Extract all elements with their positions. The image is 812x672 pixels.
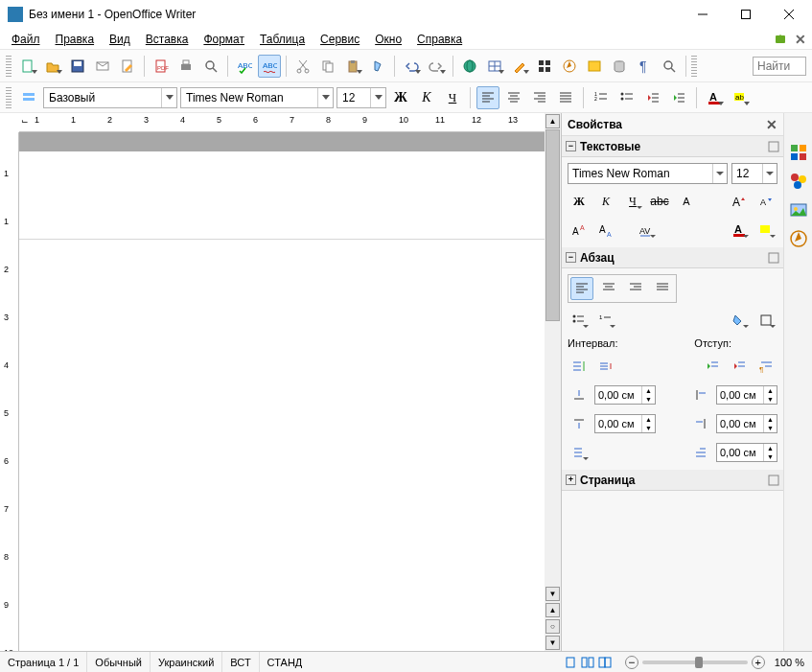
panel-page-header[interactable]: + Страница — [562, 470, 783, 491]
zoom-slider[interactable] — [642, 660, 748, 664]
sidebar-shadow-button[interactable]: A — [675, 190, 698, 213]
expand-icon[interactable]: + — [566, 475, 576, 485]
find-button[interactable] — [533, 55, 556, 78]
sidebar-strike-button[interactable]: abc — [648, 190, 671, 213]
panel-text-header[interactable]: − Текстовые — [562, 136, 783, 157]
sidebar-shrink-button[interactable]: A — [754, 190, 777, 213]
line-spacing-icon[interactable] — [568, 441, 591, 464]
zoom-in-icon[interactable]: + — [752, 656, 765, 669]
style-combo[interactable]: Базовый — [43, 87, 177, 108]
open-button[interactable] — [41, 55, 64, 78]
table-button[interactable] — [483, 55, 506, 78]
menu-tools[interactable]: Сервис — [314, 31, 365, 48]
collapse-icon[interactable]: − — [566, 252, 576, 263]
spacing-dec-icon[interactable] — [594, 355, 617, 378]
print-button[interactable] — [174, 55, 197, 78]
sidebar-sub-button[interactable]: AA — [594, 219, 617, 242]
maximize-button[interactable] — [724, 1, 767, 28]
cut-button[interactable] — [291, 55, 314, 78]
toolbar-grip-2[interactable] — [691, 56, 697, 77]
size-combo[interactable]: 12 — [336, 87, 386, 108]
update-icon[interactable] — [772, 31, 789, 48]
sidebar-italic-button[interactable]: К — [594, 190, 617, 213]
toolbar-grip[interactable] — [6, 56, 12, 77]
sidebar-spacing-button[interactable]: AV — [635, 219, 658, 242]
menu-table[interactable]: Таблица — [254, 31, 311, 48]
status-lang[interactable]: Украинский — [151, 652, 222, 672]
align-left-button[interactable] — [476, 86, 499, 109]
font-color-button[interactable]: A — [703, 86, 726, 109]
preview-button[interactable] — [199, 55, 222, 78]
vertical-ruler[interactable]: 112345678910 — [0, 132, 19, 651]
status-sel[interactable]: СТАНД — [260, 652, 311, 672]
copy-button[interactable] — [316, 55, 339, 78]
vertical-scrollbar[interactable]: ▲ ▼ ▲ ○ ▼ — [545, 113, 561, 651]
sidebar-fontcolor-button[interactable]: A — [728, 219, 751, 242]
gallery-button[interactable] — [583, 55, 606, 78]
draw-button[interactable] — [508, 55, 531, 78]
nav-circle-button[interactable]: ○ — [545, 619, 560, 634]
spacing-inc-icon[interactable] — [568, 355, 591, 378]
minimize-button[interactable] — [681, 1, 724, 28]
sidebar-size-combo[interactable]: 12 — [731, 163, 777, 184]
nonprint-button[interactable]: ¶ — [633, 55, 656, 78]
autospell-button[interactable]: ABC — [258, 55, 281, 78]
menu-edit[interactable]: Правка — [50, 31, 101, 48]
sidebar-font-combo[interactable]: Times New Roman — [568, 163, 728, 184]
more-options-icon[interactable] — [768, 252, 779, 264]
italic-button[interactable]: К — [415, 86, 438, 109]
edit-doc-button[interactable] — [116, 55, 139, 78]
menu-insert[interactable]: Вставка — [140, 31, 195, 48]
formatbar-grip[interactable] — [6, 87, 12, 108]
collapse-icon[interactable]: − — [566, 141, 576, 151]
zoom-value[interactable]: 100 % — [775, 657, 804, 668]
highlight-button[interactable]: ab — [729, 86, 752, 109]
spacing-below-spinner[interactable]: ▲▼ — [594, 414, 656, 433]
search-input[interactable] — [753, 57, 806, 76]
styles-rail-icon[interactable] — [788, 171, 809, 192]
close-window-button[interactable] — [767, 1, 810, 28]
next-page-button[interactable]: ▼ — [545, 636, 560, 650]
format-paint-button[interactable] — [366, 55, 389, 78]
font-combo[interactable]: Times New Roman — [180, 87, 334, 108]
sidebar-grow-button[interactable]: A — [728, 190, 751, 213]
hyperlink-button[interactable] — [458, 55, 481, 78]
para-bgcolor[interactable] — [728, 309, 751, 332]
view-multi-icon[interactable] — [581, 656, 594, 669]
indent-inc-icon[interactable] — [701, 355, 724, 378]
sidebar-bold-button[interactable]: Ж — [568, 190, 591, 213]
more-options-icon[interactable] — [768, 141, 779, 152]
menu-window[interactable]: Окно — [369, 31, 407, 48]
datasource-button[interactable] — [608, 55, 631, 78]
bullets-button[interactable] — [615, 86, 638, 109]
gallery-rail-icon[interactable] — [788, 199, 809, 220]
save-button[interactable] — [66, 55, 89, 78]
hanging-indent-icon[interactable]: ¶ — [754, 355, 777, 378]
export-pdf-button[interactable]: PDF — [150, 55, 173, 78]
bold-button[interactable]: Ж — [389, 86, 412, 109]
status-style[interactable]: Обычный — [87, 652, 151, 672]
properties-rail-icon[interactable] — [788, 142, 809, 163]
panel-para-header[interactable]: − Абзац — [562, 247, 783, 268]
indent-first-spinner[interactable]: ▲▼ — [716, 443, 777, 462]
styles-button[interactable] — [17, 86, 40, 109]
zoom-button[interactable] — [658, 55, 681, 78]
horizontal-ruler[interactable]: ⌙ 112345678910111213 — [19, 113, 545, 132]
para-align-center[interactable] — [597, 277, 620, 300]
view-single-icon[interactable] — [564, 656, 577, 669]
view-book-icon[interactable] — [598, 656, 612, 669]
prev-page-button[interactable]: ▲ — [545, 603, 560, 617]
redo-button[interactable] — [425, 55, 448, 78]
menu-view[interactable]: Вид — [104, 31, 136, 48]
close-doc-icon[interactable]: ✕ — [795, 32, 806, 47]
undo-button[interactable] — [400, 55, 423, 78]
indent-right-spinner[interactable]: ▲▼ — [716, 414, 777, 433]
sidebar-underline-button[interactable]: Ч — [621, 190, 644, 213]
sidebar-close-icon[interactable]: ✕ — [766, 117, 777, 132]
navigator-rail-icon[interactable] — [788, 228, 809, 249]
align-right-button[interactable] — [528, 86, 551, 109]
para-border[interactable] — [754, 309, 777, 332]
new-button[interactable] — [16, 55, 39, 78]
status-insert[interactable]: ВСТ — [222, 652, 259, 672]
email-button[interactable] — [91, 55, 114, 78]
